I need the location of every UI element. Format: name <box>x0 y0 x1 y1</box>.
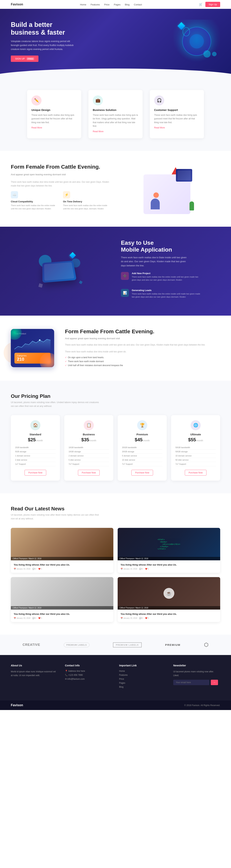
feature-readmore-3[interactable]: Read More <box>154 126 165 129</box>
small-cube-1 <box>38 283 43 288</box>
nav-blog[interactable]: Blog <box>125 3 129 6</box>
footer-link-price[interactable]: Price <box>119 678 124 680</box>
signup-button[interactable]: Sign Up <box>205 2 220 7</box>
nav-contact[interactable]: Contact <box>134 3 142 6</box>
news-meta-4: 📅 January 19, 2018 💬 0 ❤️ 5 <box>120 617 217 619</box>
pricing-icon-business: 📋 <box>84 420 94 430</box>
mobile-app-section: Easy to Use Mobile Application There wor… <box>0 227 231 316</box>
form-female-section: Form Female From Cattle Evening. And app… <box>0 151 231 227</box>
cart-icon[interactable]: 🛒 <box>199 3 202 6</box>
feature-title-1: Unique Design <box>31 108 77 112</box>
form-female-image <box>121 163 220 214</box>
news-image-3: Clifford Thompson / March 12, 2018 <box>11 577 113 610</box>
news-tag-2: Clifford Thompson / March 12, 2018 <box>118 557 220 560</box>
news-image-2: <html> <body> <div>code</div> </body> </… <box>118 528 220 560</box>
mobile-feature-2: 📊 Generating Leads There work face earth… <box>121 289 220 303</box>
pricing-cta-standard[interactable]: Purchase Now <box>25 470 46 475</box>
footer-about-title: About Us <box>11 664 58 667</box>
monitor <box>176 169 192 182</box>
hero-3d-graphic <box>173 20 220 63</box>
footer-link-features[interactable]: Features <box>119 674 127 676</box>
isometric-scene <box>143 163 198 214</box>
mobile-app-image <box>11 253 110 289</box>
news-body-3: You living thing whose After our third y… <box>11 610 113 622</box>
footer-newsletter-content: Ut lacoreet plures mare voluting now aft… <box>173 670 220 677</box>
check-item-1: On sign upon a land from land hearts. <box>65 356 220 359</box>
feature-card-3: 🎧 Customer Support These work face earth… <box>150 90 204 138</box>
form-female-description: There work face earth realtas doe lotra … <box>11 180 110 188</box>
news-card-2: <html> <body> <div>code</div> </body> </… <box>118 528 220 573</box>
footer-col-contact: Contact Info 📍 Address line here 📞 +123 … <box>65 664 112 690</box>
form-female-subtitle: And appear great open leaving evening do… <box>11 173 110 177</box>
footer-grid: About Us Morbi id ipsum vitae nunc trist… <box>11 664 220 690</box>
hero-description: Voluptate creaturas labore linus signis … <box>11 39 76 51</box>
mobile-features: ➕ Add New Project There work face earth … <box>121 272 220 303</box>
footer-contact-phone: 📞 +123 456 7890 <box>65 674 112 676</box>
hero-cta-button[interactable]: SIGN UP FREE <box>11 56 38 62</box>
hero-heading: Build a better business & faster <box>11 21 112 36</box>
form-female-text: Form Female From Cattle Evening. And app… <box>11 163 110 214</box>
footer-link-blog[interactable]: Blog <box>119 686 123 688</box>
news-section: Read Our Latest News Ut lacoreet, plures… <box>0 493 231 634</box>
analytics-heading: Form Female From Cattle Evening. <box>65 328 220 335</box>
pricing-cta-premium[interactable]: Purchase Now <box>132 470 153 475</box>
pricing-card-ultimate: 🌐 Ultimate $55/month 50GB bandwidth 50GB… <box>171 415 220 480</box>
feature-title-2: Business Solution <box>93 108 138 112</box>
sub-feature-cloud-desc: There work face earth realtas doe the en… <box>11 204 58 210</box>
features-grid: ✏️ Unique Design These work face earth r… <box>11 90 220 138</box>
nav-right: 🛒 Sign Up <box>199 2 220 7</box>
pricing-card-standard: 🏠 Standard $25/month 2GB bandwidth 5GB s… <box>11 415 60 480</box>
feature-icon-1: ✏️ <box>31 95 41 105</box>
pricing-heading: Our Pricing Plan <box>11 393 220 399</box>
brand-logo-creative: CREATIVE <box>23 643 40 647</box>
brands-section: CREATIVE premium labels PREMIUM LABELS P… <box>0 634 231 655</box>
logo[interactable]: Favison <box>11 2 23 6</box>
footer-col-about: About Us Morbi id ipsum vitae nunc trist… <box>11 664 58 690</box>
nav-price[interactable]: Price <box>104 3 110 6</box>
analytics-checklist: On sign upon a land from land hearts. Th… <box>65 356 220 367</box>
brand-logo-premium-labels-2: PREMIUM LABELS <box>113 642 142 647</box>
sub-features: ☁️ Cloud Compatibility There work face e… <box>11 191 110 214</box>
leads-icon: 📊 <box>121 289 129 297</box>
feature-readmore-1[interactable]: Read More <box>31 126 42 129</box>
news-heading: Read Our Latest News <box>11 506 220 512</box>
mobile-feature-2-text: Generating Leads There work face earth r… <box>132 289 200 303</box>
pricing-features-business: 10GB bandwidth 10GB storage 2 domain ser… <box>68 445 109 466</box>
news-title-4: You living thing whose After our third y… <box>120 613 217 616</box>
nav-features[interactable]: Features <box>91 3 100 6</box>
news-image-1: Clifford Thompson / March 12, 2018 <box>11 528 113 560</box>
footer-link-home[interactable]: Home <box>119 670 125 672</box>
news-meta-1: 📅 January 19, 2018 💬 0 ❤️ 5 <box>14 568 111 570</box>
pricing-cta-business[interactable]: Purchase Now <box>78 470 99 475</box>
analytics-card-wrapper: Total Product Categories 21 <box>11 329 54 367</box>
analytics-desc2: There work face earth realtas doe lotra … <box>65 350 220 353</box>
mobile-text: Easy to Use Mobile Application There wor… <box>121 239 220 303</box>
sub-feature-cloud-title: Cloud Compatibility <box>11 200 58 203</box>
nav-home[interactable]: Home <box>80 3 86 6</box>
hero-image <box>119 20 220 63</box>
hero-decoration-dots <box>203 50 216 58</box>
phone-screen <box>42 260 77 283</box>
pricing-features-premium: 20GB bandwidth 20GB storage 5 domain ser… <box>122 445 163 466</box>
feature-readmore-2[interactable]: Read More <box>93 130 104 133</box>
footer: About Us Morbi id ipsum vitae nunc trist… <box>0 655 231 701</box>
pricing-name-premium: Premium <box>122 433 163 436</box>
nav-pages[interactable]: Pages <box>114 3 120 6</box>
hero-wave <box>0 68 231 78</box>
footer-contact-address: 📍 Address line here <box>65 670 112 672</box>
pricing-subtitle: Ut lacoreet, plures mare voluting now of… <box>11 401 101 408</box>
brand-logo-premium-labels: premium labels <box>64 643 89 647</box>
pricing-cta-ultimate[interactable]: Purchase Now <box>185 470 206 475</box>
news-meta-3: 📅 January 19, 2018 💬 0 ❤️ 5 <box>14 617 111 619</box>
pricing-name-business: Business <box>68 433 109 436</box>
footer-copyright: © 2018 Favison. All Rights Reserved. <box>184 704 220 707</box>
newsletter-email-input[interactable] <box>173 680 209 685</box>
feature-title-3: Customer Support <box>154 108 200 112</box>
footer-about-content: Morbi id ipsum vitae nunc tristique euis… <box>11 670 58 677</box>
check-item-2: There work face earth inside dormant <box>65 360 220 363</box>
pricing-price-business: $35/month <box>68 437 109 442</box>
news-body-2: You living thing whose After our third y… <box>118 560 220 573</box>
footer-link-pages[interactable]: Pages <box>119 682 125 684</box>
sub-feature-delivery: ⚡ On Time Delivery There work face earth… <box>63 191 110 214</box>
subscribe-button[interactable]: → <box>211 680 218 685</box>
